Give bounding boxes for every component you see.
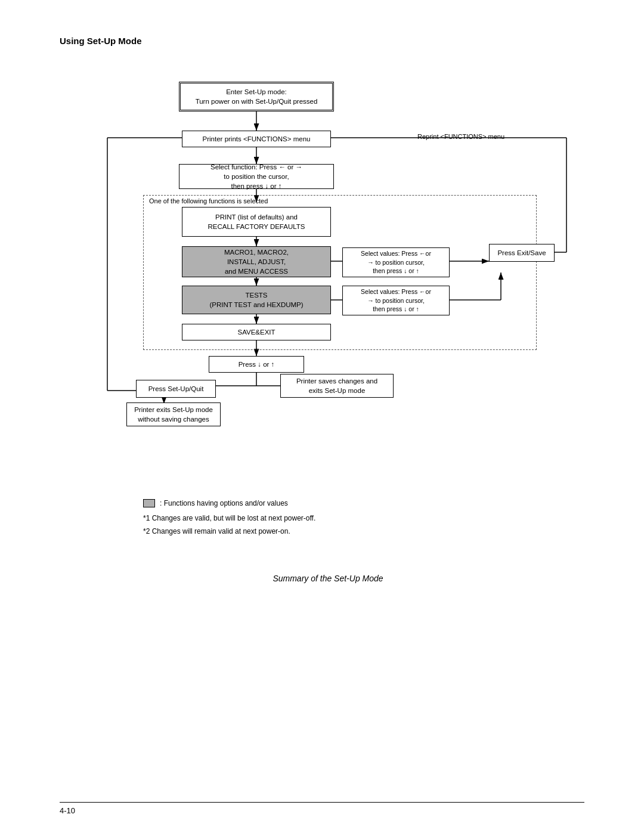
- press-arrow-box: Press ↓ or ↑: [209, 356, 304, 373]
- press-setup-quit-box: Press Set-Up/Quit: [136, 380, 216, 398]
- notes: *1 Changes are valid, but will be lost a…: [143, 512, 596, 538]
- select-values-macro-box: Select values: Press ←or → to position c…: [342, 247, 450, 277]
- diagram-container: Enter Set-Up mode: Turn power on with Se…: [72, 64, 584, 481]
- legend-gray-box: [143, 499, 155, 507]
- page-title: Using Set-Up Mode: [60, 36, 596, 46]
- reprint-label: Reprint <FUNCTIONS> menu: [417, 133, 504, 140]
- save-exit-box: SAVE&EXIT: [182, 324, 331, 340]
- macro-box: MACRO1, MACRO2, INSTALL, ADJUST, and MEN…: [182, 246, 331, 277]
- select-values-tests-box: Select values: Press ←or → to position c…: [342, 286, 450, 315]
- page-number: 4-10: [60, 802, 584, 815]
- select-function-box: Select function: Press ← or → to positio…: [179, 164, 334, 189]
- tests-box: TESTS (PRINT TEST and HEXDUMP): [182, 286, 331, 314]
- legend-section: : Functions having options and/or values…: [143, 499, 596, 538]
- press-exit-save-box: Press Exit/Save: [489, 244, 555, 262]
- page: Using Set-Up Mode: [0, 0, 644, 643]
- print-recall-box: PRINT (list of defaults) and RECALL FACT…: [182, 207, 331, 237]
- printer-saves-box: Printer saves changes and exits Set-Up m…: [280, 374, 394, 398]
- one-of-following-label: One of the following functions is select…: [149, 197, 268, 205]
- diagram-caption: Summary of the Set-Up Mode: [60, 574, 596, 583]
- printer-exits-box: Printer exits Set-Up mode without saving…: [126, 402, 221, 426]
- printer-prints-box: Printer prints <FUNCTIONS> menu: [182, 131, 331, 147]
- enter-setup-box: Enter Set-Up mode: Turn power on with Se…: [179, 82, 334, 112]
- legend-item: : Functions having options and/or values: [143, 499, 596, 507]
